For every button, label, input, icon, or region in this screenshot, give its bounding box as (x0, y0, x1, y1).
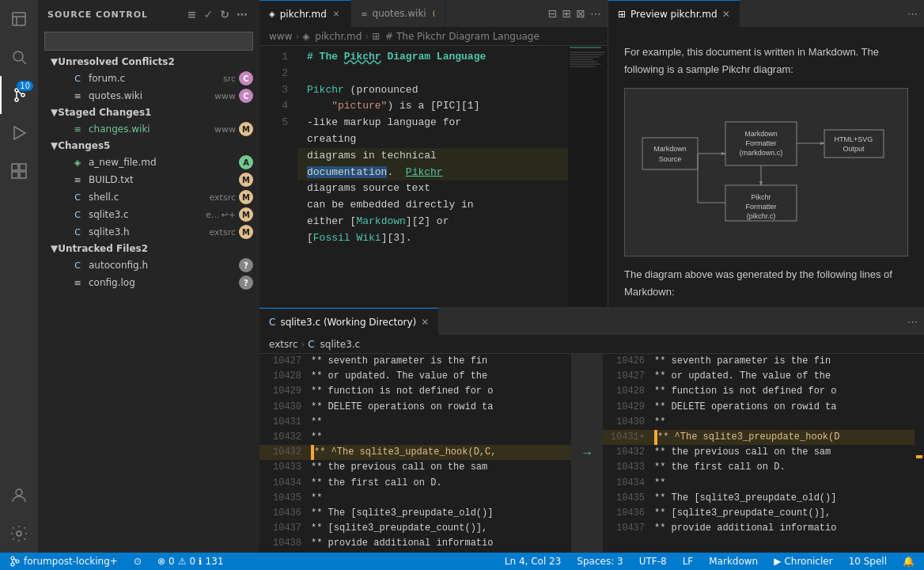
staged-header[interactable]: ▼ Staged Changes 1 (38, 104, 259, 120)
minimap-line (570, 59, 593, 60)
diff-code: ** the first call on D. (311, 476, 565, 491)
tab-icon-md: ◈ (269, 10, 275, 18)
preview-tab-pikchr[interactable]: ⊞ Preview pikchr.md ✕ (608, 0, 740, 27)
activity-settings[interactable] (0, 515, 38, 553)
breadcrumb-file[interactable]: ◈ pikchr.md (302, 31, 362, 42)
code-lines[interactable]: # The Pikchr Diagram Language Pikchr (pr… (297, 46, 568, 307)
list-item[interactable]: ≡ changes.wiki www M (38, 120, 259, 138)
sidebar-refresh-icon[interactable]: ↻ (218, 6, 232, 22)
tab-quotes-wiki[interactable]: ≡ quotes.wiki ( (351, 0, 445, 27)
diff-line-num: 10426 (609, 354, 645, 369)
preview-overflow[interactable]: ⋯ (901, 0, 924, 27)
tab-split-left[interactable]: ⊟ (548, 7, 558, 20)
diff-code: ** or updated. The value of the (654, 369, 908, 384)
status-sync[interactable]: ⊙ (131, 556, 145, 567)
bottom-breadcrumb-filename: sqlite3.c (320, 339, 361, 350)
tab-split-right[interactable]: ⊞ (562, 7, 572, 20)
list-item[interactable]: ≡ quotes.wiki www C (38, 87, 259, 104)
bottom-tabs: C sqlite3.c (Working Directory) ✕ ⋯ (259, 308, 924, 336)
tab-pikchr-md[interactable]: ◈ pikchr.md ✕ (259, 0, 351, 27)
svg-text:Pikchr: Pikchr (751, 193, 771, 201)
bottom-breadcrumb-extsrc[interactable]: extsrc (269, 339, 298, 350)
editor-area: ◈ pikchr.md ✕ ≡ quotes.wiki ( ⊟ ⊞ ⊠ ⋯ (259, 0, 924, 553)
status-eol[interactable]: LF (680, 556, 697, 567)
sidebar-search-input[interactable] (44, 32, 253, 51)
activity-explorer[interactable] (0, 0, 38, 38)
diff-line-num: 10431 (266, 415, 301, 430)
status-notification[interactable]: 🔔 (899, 556, 918, 567)
bottom-tab-close[interactable]: ✕ (421, 317, 429, 328)
sidebar-check-icon[interactable]: ✓ (203, 6, 216, 22)
list-item[interactable]: C sqlite3.c e... ↩+ M (38, 206, 259, 223)
status-position[interactable]: Ln 4, Col 23 (502, 556, 565, 567)
svg-text:(pikchr.c): (pikchr.c) (747, 212, 776, 220)
minimap-line (570, 61, 597, 63)
minimap-line (570, 56, 600, 58)
file-icon-c: C (71, 208, 84, 221)
diff-line-num: 10435 (266, 491, 301, 506)
file-badge-conflict: C (239, 89, 253, 103)
list-item[interactable]: ≡ BUILD.txt M (38, 171, 259, 188)
preview-close[interactable]: ✕ (722, 9, 730, 20)
status-spell[interactable]: 10 Spell (846, 556, 890, 567)
diagram-svg: Markdown Source Markdown Formatter (mark… (634, 98, 903, 241)
sidebar-search[interactable] (38, 28, 259, 54)
status-branch[interactable]: forumpost-locking+ (6, 556, 121, 567)
activity-accounts[interactable] (0, 477, 38, 515)
minimap-line (570, 66, 596, 67)
activity-extensions[interactable] (0, 152, 38, 190)
list-item[interactable]: C shell.c extsrc M (38, 188, 259, 206)
svg-text:HTML+SVG: HTML+SVG (835, 135, 873, 143)
error-count: 0 (169, 556, 175, 567)
diff-lines-right[interactable]: 10426** seventh parameter is the fin 104… (603, 354, 915, 553)
diff-line: 10438** provide additional informatio (259, 536, 571, 551)
diff-lines-left[interactable]: 10427** seventh parameter is the fin 104… (259, 354, 571, 553)
activity-search[interactable] (0, 38, 38, 76)
bottom-overflow[interactable]: ⋯ (901, 308, 924, 335)
diff-code: ** The [sqlite3_preupdate_old()] (311, 506, 565, 521)
changes-header[interactable]: ▼ Changes 5 (38, 138, 259, 154)
list-item[interactable]: C forum.c src C (38, 70, 259, 87)
sidebar-more-icon[interactable]: ⋯ (235, 6, 250, 22)
tab-split-down[interactable]: ⊠ (576, 7, 585, 20)
code-line: diagrams in technical (297, 148, 568, 165)
sidebar-list-icon[interactable]: ≡ (186, 6, 199, 22)
status-chronicler[interactable]: ▶ Chronicler (771, 556, 835, 567)
list-item[interactable]: ◈ a_new_file.md A (38, 154, 259, 171)
diff-line-num: 10437 (609, 521, 645, 536)
untracked-header[interactable]: ▼ Untracked Files 2 (38, 241, 259, 256)
diff-line: 10434** the first call on D. (259, 476, 571, 491)
file-badge-conflict: C (239, 71, 253, 86)
diff-scrollbar[interactable] (915, 354, 924, 553)
status-encoding[interactable]: UTF-8 (636, 556, 670, 567)
file-icon-txt: ≡ (71, 173, 84, 186)
activity-source-control[interactable]: 10 (0, 76, 38, 114)
breadcrumb: www › ◈ pikchr.md › ⊞ # The Pikchr Diagr… (259, 28, 608, 46)
tab-modified-dot: ( (433, 10, 436, 17)
list-item[interactable]: C sqlite3.h extsrc M (38, 223, 259, 241)
list-item[interactable]: ≡ config.log ? (38, 274, 259, 291)
unresolved-header[interactable]: ▼ Unresolved Conflicts 2 (38, 54, 259, 70)
status-errors[interactable]: ⊗ 0 ⚠ 0 ℹ 131 (154, 556, 227, 567)
svg-text:(markdown.c): (markdown.c) (740, 149, 783, 157)
list-item[interactable]: C autoconfig.h ? (38, 256, 259, 274)
breadcrumb-sep2: › (365, 31, 369, 42)
tab-icon-wiki: ≡ (361, 10, 367, 18)
diff-code: ** The [sqlite3_preupdate_old()] (654, 491, 908, 506)
code-editor[interactable]: 1 2 3 4 5 # The Pikchr Diagram Language (259, 46, 608, 307)
tab-more[interactable]: ⋯ (590, 7, 601, 20)
diff-code: ** the first call on D. (654, 460, 908, 475)
bottom-breadcrumb-file[interactable]: C sqlite3.c (308, 339, 360, 350)
tab-close-pikchr[interactable]: ✕ (331, 8, 341, 20)
svg-point-38 (11, 563, 14, 566)
breadcrumb-section[interactable]: ⊞ # The Pikchr Diagram Language (372, 31, 540, 42)
activity-run[interactable] (0, 114, 38, 152)
bottom-tab-sqlite3[interactable]: C sqlite3.c (Working Directory) ✕ (259, 308, 438, 335)
diff-code: ** (654, 476, 908, 491)
status-spaces[interactable]: Spaces: 3 (574, 556, 626, 567)
info-icon: ℹ (199, 556, 203, 567)
status-language[interactable]: Markdown (706, 556, 761, 567)
line-num: 2 (259, 66, 288, 82)
breadcrumb-www[interactable]: www (269, 31, 292, 42)
diff-line: 10430** DELETE operations on rowid ta (259, 400, 571, 415)
